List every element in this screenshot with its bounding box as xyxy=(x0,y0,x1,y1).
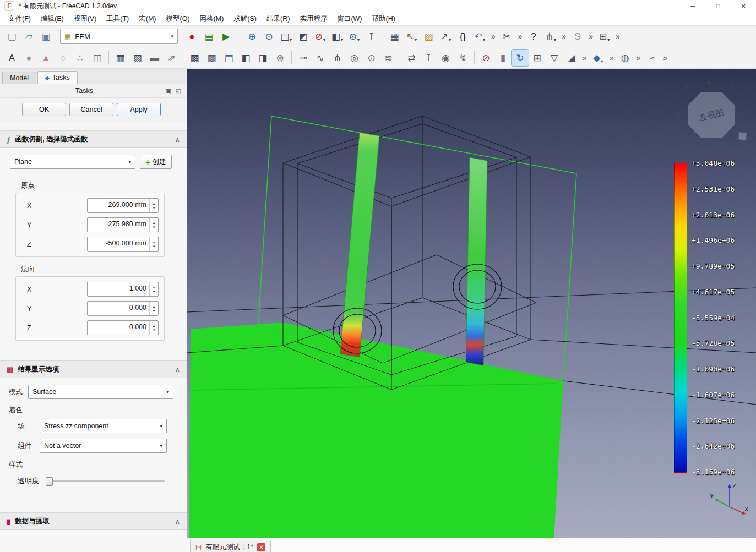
float-panel-icon[interactable]: ◱ xyxy=(176,88,181,95)
viewport-corner-arrow-icon[interactable]: ▶ xyxy=(749,70,754,78)
menu-item[interactable]: 模型(O) xyxy=(161,13,195,25)
post-pipeline-button[interactable]: ⊸ xyxy=(295,50,312,66)
mesh-gear-button[interactable]: ⊛ xyxy=(271,50,289,66)
slider-handle[interactable] xyxy=(46,477,53,486)
component-select[interactable]: Not a vector ▾ xyxy=(40,439,167,453)
compass-button[interactable]: ◍ xyxy=(617,50,634,66)
macro-record-button[interactable]: ● xyxy=(183,28,200,45)
section-function-cut-header[interactable]: ƒ 函数切割, 选择隐式函数 ∧ xyxy=(0,130,187,148)
folder-button[interactable]: ▨ xyxy=(420,28,437,45)
save-button[interactable]: ▣ xyxy=(37,28,55,45)
cone-button[interactable]: ▲ xyxy=(37,50,55,66)
grid-button[interactable]: ⊞ xyxy=(529,50,546,66)
ok-button[interactable]: OK xyxy=(22,103,66,116)
funnel-filter-button[interactable]: ▽ xyxy=(546,50,563,66)
mesh-solid-button[interactable]: ▦ xyxy=(112,50,129,66)
close-document-icon[interactable]: ✕ xyxy=(257,543,265,551)
workbench-selector[interactable]: ▦FEM▾ xyxy=(60,29,178,44)
normal-z-input[interactable]: 0.000 ▴▾ xyxy=(87,320,159,335)
menu-item[interactable]: 编辑(E) xyxy=(36,13,69,25)
section-display-options-header[interactable]: ▥ 结果显示选项 ∧ xyxy=(0,360,187,378)
menu-item[interactable]: 网格(M) xyxy=(195,13,229,25)
origin-y-input[interactable]: 275.980 mm ▴▾ xyxy=(87,217,159,232)
spin-up-icon[interactable]: ▴ xyxy=(153,201,155,206)
minimize-icon[interactable]: ─ xyxy=(680,0,705,12)
menu-item[interactable]: 实用程序 xyxy=(295,13,332,25)
home-cube-icon[interactable] xyxy=(738,132,747,141)
toolbar-overflow[interactable]: » xyxy=(559,32,569,41)
screw-button[interactable]: ⊙ xyxy=(363,50,380,66)
mesh-extrude-button[interactable]: ⇗ xyxy=(163,50,180,66)
split-mesh-button[interactable]: ◫ xyxy=(89,50,106,66)
macro-execute-button[interactable]: ▶ xyxy=(217,28,235,45)
chevron-up-icon[interactable]: ∧ xyxy=(175,135,180,144)
measure-button[interactable]: ⊺ xyxy=(363,28,380,45)
fem-mesh-button[interactable]: ▩ xyxy=(186,50,203,66)
spinner-buttons[interactable]: ▴▾ xyxy=(149,218,158,232)
section-data-extraction-header[interactable]: ▮ 数据与提取 ∧ xyxy=(0,512,187,530)
tab-model[interactable]: Model xyxy=(2,72,36,84)
navigation-cube-button[interactable]: ◆▾ xyxy=(590,50,607,66)
bounding-box-button[interactable]: ▦ xyxy=(386,28,403,45)
chevron-up-icon[interactable]: ∧ xyxy=(175,365,180,374)
menu-item[interactable]: 文件(F) xyxy=(3,13,36,25)
fem-mesh-region-button[interactable]: ▩ xyxy=(203,50,220,66)
axonometric-view-button[interactable]: ◳▾ xyxy=(278,28,295,45)
clipping-plane-button[interactable]: ⊘▾ xyxy=(312,28,329,45)
flow-lines-button[interactable]: ≈ xyxy=(643,50,660,66)
whats-this-button[interactable]: ? xyxy=(525,28,542,45)
menu-item[interactable]: 宏(M) xyxy=(134,13,161,25)
expression-button[interactable]: {} xyxy=(454,28,471,45)
toolbar-overflow[interactable]: » xyxy=(580,53,590,62)
spinner-buttons[interactable]: ▴▾ xyxy=(149,302,158,315)
zoom-fit-button[interactable]: ⊕ xyxy=(243,28,260,45)
spin-up-icon[interactable]: ▴ xyxy=(153,324,155,328)
dependency-graph-button[interactable]: ⋔▾ xyxy=(542,28,559,45)
spin-down-icon[interactable]: ▾ xyxy=(153,289,155,294)
menu-item[interactable]: 结果(R) xyxy=(262,13,295,25)
cancel-button[interactable]: Cancel xyxy=(69,103,113,116)
rotate-ccw-icon[interactable]: ↺ xyxy=(683,83,689,91)
transparency-slider[interactable] xyxy=(46,476,165,486)
ramp-button[interactable]: ◢ xyxy=(563,50,580,66)
toolbar-overflow[interactable]: » xyxy=(607,53,617,62)
rotate-cw-icon[interactable]: ↻ xyxy=(729,83,735,91)
toolbar-overflow[interactable]: » xyxy=(613,32,623,41)
refresh-button[interactable]: ↻ xyxy=(512,50,529,66)
function-type-select[interactable]: Plane ▾ xyxy=(10,155,135,169)
rotate-down-arrow[interactable]: ▼ xyxy=(705,140,713,149)
navigation-style-button[interactable]: ↖▾ xyxy=(403,28,420,45)
mesh-info-table-button[interactable]: ▤ xyxy=(220,50,237,66)
spin-down-icon[interactable]: ▾ xyxy=(153,225,155,229)
spin-down-icon[interactable]: ▾ xyxy=(153,309,155,313)
shade-panel-icon[interactable]: ▣ xyxy=(165,88,171,95)
field-select[interactable]: Stress zz component ▾ xyxy=(40,419,167,433)
toolbar-overflow[interactable]: » xyxy=(660,53,670,62)
points-group-button[interactable]: ∴ xyxy=(72,50,89,66)
maximize-icon[interactable]: □ xyxy=(705,0,731,12)
3d-viewport[interactable]: +3.048e+06+2.531e+06+2.013e+06+1.496e+06… xyxy=(187,69,756,538)
toolbar-overflow[interactable]: » xyxy=(586,32,596,41)
normal-y-input[interactable]: 0.000 ▴▾ xyxy=(87,301,159,316)
menu-item[interactable]: 帮助(H) xyxy=(367,13,400,25)
mode-select[interactable]: Surface ▾ xyxy=(28,385,173,399)
menu-item[interactable]: 窗口(W) xyxy=(332,13,367,25)
cut-button[interactable]: ✂ xyxy=(498,28,515,45)
draft-snap-button[interactable]: S xyxy=(569,28,586,45)
toolbar-overflow[interactable]: » xyxy=(634,53,644,62)
zoom-selection-button[interactable]: ⊙ xyxy=(260,28,278,45)
view-style-button[interactable]: ◧▾ xyxy=(329,28,346,45)
normal-x-input[interactable]: 1.000 ▴▾ xyxy=(87,282,159,297)
create-function-button[interactable]: + 创建 xyxy=(140,155,172,169)
warp-filter-button[interactable]: ⇄ xyxy=(403,50,420,66)
rotate-right-arrow[interactable]: ▶ xyxy=(738,110,743,118)
spin-down-icon[interactable]: ▾ xyxy=(153,244,155,249)
spin-up-icon[interactable]: ▴ xyxy=(153,285,155,289)
spinner-buttons[interactable]: ▴▾ xyxy=(149,282,158,296)
spin-up-icon[interactable]: ▴ xyxy=(153,221,155,225)
document-tab[interactable]: ▤ 有限元测试：1* ✕ xyxy=(190,540,271,552)
zoom-tools-button[interactable]: ⊛▾ xyxy=(346,28,363,45)
chevron-up-icon[interactable]: ∧ xyxy=(175,517,180,526)
spinner-buttons[interactable]: ▴▾ xyxy=(149,199,158,212)
washer-button[interactable]: ◉ xyxy=(437,50,454,66)
